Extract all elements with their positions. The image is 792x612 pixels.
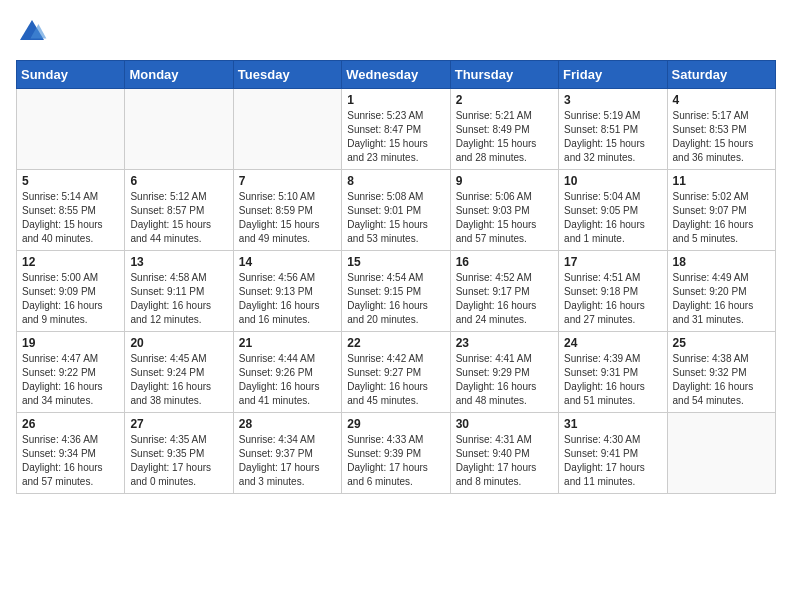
day-number: 7 [239,174,336,188]
day-number: 13 [130,255,227,269]
day-info: Sunrise: 4:58 AM Sunset: 9:11 PM Dayligh… [130,271,227,327]
day-of-week-header: Friday [559,61,667,89]
day-info: Sunrise: 4:39 AM Sunset: 9:31 PM Dayligh… [564,352,661,408]
day-of-week-header: Monday [125,61,233,89]
calendar-day-cell: 1Sunrise: 5:23 AM Sunset: 8:47 PM Daylig… [342,89,450,170]
calendar-day-cell: 20Sunrise: 4:45 AM Sunset: 9:24 PM Dayli… [125,332,233,413]
calendar-day-cell: 6Sunrise: 5:12 AM Sunset: 8:57 PM Daylig… [125,170,233,251]
day-info: Sunrise: 4:42 AM Sunset: 9:27 PM Dayligh… [347,352,444,408]
calendar-day-cell: 14Sunrise: 4:56 AM Sunset: 9:13 PM Dayli… [233,251,341,332]
calendar-day-cell: 17Sunrise: 4:51 AM Sunset: 9:18 PM Dayli… [559,251,667,332]
calendar-day-cell: 9Sunrise: 5:06 AM Sunset: 9:03 PM Daylig… [450,170,558,251]
calendar-day-cell: 13Sunrise: 4:58 AM Sunset: 9:11 PM Dayli… [125,251,233,332]
calendar-day-cell: 4Sunrise: 5:17 AM Sunset: 8:53 PM Daylig… [667,89,775,170]
day-number: 4 [673,93,770,107]
day-number: 11 [673,174,770,188]
calendar-day-cell: 31Sunrise: 4:30 AM Sunset: 9:41 PM Dayli… [559,413,667,494]
calendar-day-cell: 24Sunrise: 4:39 AM Sunset: 9:31 PM Dayli… [559,332,667,413]
calendar-day-cell: 23Sunrise: 4:41 AM Sunset: 9:29 PM Dayli… [450,332,558,413]
calendar-day-cell [233,89,341,170]
day-info: Sunrise: 5:14 AM Sunset: 8:55 PM Dayligh… [22,190,119,246]
calendar-day-cell [125,89,233,170]
day-info: Sunrise: 5:10 AM Sunset: 8:59 PM Dayligh… [239,190,336,246]
day-number: 2 [456,93,553,107]
calendar-day-cell: 2Sunrise: 5:21 AM Sunset: 8:49 PM Daylig… [450,89,558,170]
day-number: 1 [347,93,444,107]
day-number: 26 [22,417,119,431]
day-number: 18 [673,255,770,269]
calendar-day-cell: 7Sunrise: 5:10 AM Sunset: 8:59 PM Daylig… [233,170,341,251]
calendar-day-cell: 21Sunrise: 4:44 AM Sunset: 9:26 PM Dayli… [233,332,341,413]
day-info: Sunrise: 5:21 AM Sunset: 8:49 PM Dayligh… [456,109,553,165]
day-info: Sunrise: 5:17 AM Sunset: 8:53 PM Dayligh… [673,109,770,165]
day-of-week-header: Wednesday [342,61,450,89]
day-info: Sunrise: 4:47 AM Sunset: 9:22 PM Dayligh… [22,352,119,408]
day-number: 10 [564,174,661,188]
day-number: 23 [456,336,553,350]
day-number: 6 [130,174,227,188]
day-number: 31 [564,417,661,431]
day-info: Sunrise: 5:00 AM Sunset: 9:09 PM Dayligh… [22,271,119,327]
calendar-day-cell: 22Sunrise: 4:42 AM Sunset: 9:27 PM Dayli… [342,332,450,413]
day-info: Sunrise: 5:08 AM Sunset: 9:01 PM Dayligh… [347,190,444,246]
calendar-week-row: 26Sunrise: 4:36 AM Sunset: 9:34 PM Dayli… [17,413,776,494]
logo-icon [16,16,48,48]
calendar-table: SundayMondayTuesdayWednesdayThursdayFrid… [16,60,776,494]
day-info: Sunrise: 4:38 AM Sunset: 9:32 PM Dayligh… [673,352,770,408]
day-number: 12 [22,255,119,269]
logo [16,16,52,48]
calendar-day-cell: 28Sunrise: 4:34 AM Sunset: 9:37 PM Dayli… [233,413,341,494]
day-info: Sunrise: 5:04 AM Sunset: 9:05 PM Dayligh… [564,190,661,246]
day-info: Sunrise: 4:44 AM Sunset: 9:26 PM Dayligh… [239,352,336,408]
day-number: 15 [347,255,444,269]
calendar-day-cell: 5Sunrise: 5:14 AM Sunset: 8:55 PM Daylig… [17,170,125,251]
calendar-day-cell: 26Sunrise: 4:36 AM Sunset: 9:34 PM Dayli… [17,413,125,494]
day-of-week-header: Sunday [17,61,125,89]
calendar-day-cell: 25Sunrise: 4:38 AM Sunset: 9:32 PM Dayli… [667,332,775,413]
day-of-week-header: Tuesday [233,61,341,89]
day-info: Sunrise: 5:06 AM Sunset: 9:03 PM Dayligh… [456,190,553,246]
day-number: 9 [456,174,553,188]
calendar-day-cell: 8Sunrise: 5:08 AM Sunset: 9:01 PM Daylig… [342,170,450,251]
day-number: 30 [456,417,553,431]
day-number: 14 [239,255,336,269]
day-info: Sunrise: 4:31 AM Sunset: 9:40 PM Dayligh… [456,433,553,489]
day-info: Sunrise: 5:23 AM Sunset: 8:47 PM Dayligh… [347,109,444,165]
day-number: 29 [347,417,444,431]
day-info: Sunrise: 4:51 AM Sunset: 9:18 PM Dayligh… [564,271,661,327]
day-number: 28 [239,417,336,431]
calendar-day-cell [667,413,775,494]
calendar-day-cell: 29Sunrise: 4:33 AM Sunset: 9:39 PM Dayli… [342,413,450,494]
calendar-week-row: 5Sunrise: 5:14 AM Sunset: 8:55 PM Daylig… [17,170,776,251]
calendar-day-cell: 12Sunrise: 5:00 AM Sunset: 9:09 PM Dayli… [17,251,125,332]
day-number: 19 [22,336,119,350]
day-info: Sunrise: 5:12 AM Sunset: 8:57 PM Dayligh… [130,190,227,246]
day-number: 20 [130,336,227,350]
calendar-header-row: SundayMondayTuesdayWednesdayThursdayFrid… [17,61,776,89]
day-info: Sunrise: 4:45 AM Sunset: 9:24 PM Dayligh… [130,352,227,408]
day-info: Sunrise: 4:30 AM Sunset: 9:41 PM Dayligh… [564,433,661,489]
day-info: Sunrise: 4:35 AM Sunset: 9:35 PM Dayligh… [130,433,227,489]
calendar-day-cell: 16Sunrise: 4:52 AM Sunset: 9:17 PM Dayli… [450,251,558,332]
day-of-week-header: Saturday [667,61,775,89]
day-info: Sunrise: 4:34 AM Sunset: 9:37 PM Dayligh… [239,433,336,489]
day-info: Sunrise: 4:41 AM Sunset: 9:29 PM Dayligh… [456,352,553,408]
day-number: 17 [564,255,661,269]
calendar-day-cell: 19Sunrise: 4:47 AM Sunset: 9:22 PM Dayli… [17,332,125,413]
day-info: Sunrise: 4:56 AM Sunset: 9:13 PM Dayligh… [239,271,336,327]
day-number: 5 [22,174,119,188]
day-number: 16 [456,255,553,269]
day-number: 24 [564,336,661,350]
calendar-day-cell: 30Sunrise: 4:31 AM Sunset: 9:40 PM Dayli… [450,413,558,494]
day-number: 3 [564,93,661,107]
calendar-day-cell: 3Sunrise: 5:19 AM Sunset: 8:51 PM Daylig… [559,89,667,170]
day-info: Sunrise: 4:52 AM Sunset: 9:17 PM Dayligh… [456,271,553,327]
day-info: Sunrise: 4:49 AM Sunset: 9:20 PM Dayligh… [673,271,770,327]
calendar-day-cell [17,89,125,170]
day-number: 25 [673,336,770,350]
calendar-day-cell: 11Sunrise: 5:02 AM Sunset: 9:07 PM Dayli… [667,170,775,251]
day-info: Sunrise: 4:54 AM Sunset: 9:15 PM Dayligh… [347,271,444,327]
day-info: Sunrise: 5:02 AM Sunset: 9:07 PM Dayligh… [673,190,770,246]
day-of-week-header: Thursday [450,61,558,89]
page-header [16,16,776,48]
